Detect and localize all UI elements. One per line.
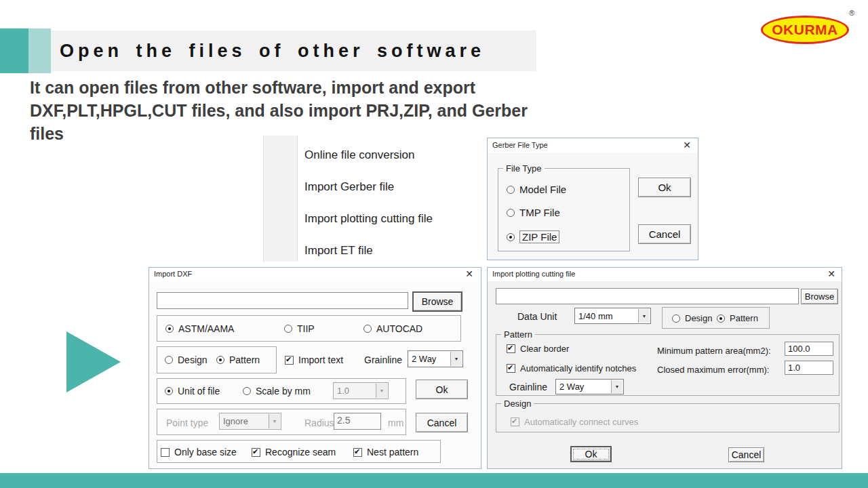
menu-item-import-et-file[interactable]: Import ET file bbox=[304, 235, 479, 266]
design-group-label: Design bbox=[501, 399, 534, 409]
dxf-dialog-title: Import DXF bbox=[154, 270, 192, 278]
accent-block-light bbox=[28, 28, 51, 73]
gerber-file-type-dialog: Gerber File Type ✕ File Type Model File … bbox=[487, 138, 698, 260]
file-path-input[interactable] bbox=[157, 292, 408, 309]
logo-text: OKURMA bbox=[772, 22, 838, 38]
pattern-group-label: Pattern bbox=[501, 329, 535, 340]
checkbox-import-text[interactable]: Import text bbox=[285, 354, 343, 365]
subtitle: It can open files from other software, i… bbox=[30, 76, 528, 145]
point-type-label: Point type bbox=[166, 418, 208, 428]
checkbox-clear-border[interactable]: Clear border bbox=[507, 344, 569, 354]
radio-pattern[interactable]: Pattern bbox=[717, 313, 758, 323]
radio-tiip[interactable]: TIIP bbox=[284, 323, 315, 334]
ok-button[interactable]: Ok bbox=[570, 446, 612, 462]
close-icon[interactable]: ✕ bbox=[683, 140, 691, 150]
radio-icon bbox=[284, 325, 292, 333]
checkbox-auto-identify-notches[interactable]: Automatically identify notches bbox=[507, 363, 636, 373]
browse-button[interactable]: Browse bbox=[801, 289, 838, 304]
radio-label: Unit of file bbox=[178, 386, 220, 396]
slide: Open the files of other software It can … bbox=[0, 0, 868, 488]
menu-icon-gutter bbox=[264, 136, 298, 262]
radio-label: TIIP bbox=[297, 323, 315, 334]
plot-dialog-title: Import plotting cutting file bbox=[492, 270, 575, 278]
radio-icon bbox=[507, 233, 515, 241]
menu-item-import-plotting-cutting-file[interactable]: Import plotting cutting file bbox=[304, 203, 479, 235]
checkbox-recognize-seam[interactable]: Recognize seam bbox=[252, 447, 336, 458]
checkbox-label: Import text bbox=[298, 354, 343, 365]
checkbox-icon bbox=[507, 344, 515, 353]
radio-icon bbox=[165, 325, 174, 333]
teal-arrow-icon bbox=[66, 331, 121, 392]
radius-unit-label: mm bbox=[388, 418, 403, 428]
max-error-input[interactable]: 1.0 bbox=[785, 361, 833, 375]
ok-button[interactable]: Ok bbox=[416, 380, 468, 399]
checkbox-icon bbox=[353, 448, 362, 457]
cancel-button[interactable]: Cancel bbox=[728, 447, 764, 462]
min-area-input[interactable]: 100.0 bbox=[785, 342, 833, 356]
close-icon[interactable]: ✕ bbox=[465, 268, 473, 279]
chevron-down-icon: ▼ bbox=[376, 384, 387, 398]
radio-pattern[interactable]: Pattern bbox=[216, 354, 260, 365]
file-path-input[interactable] bbox=[496, 288, 799, 304]
radio-icon bbox=[243, 387, 251, 395]
grainline-select[interactable]: 2 Way ▼ bbox=[408, 350, 463, 367]
menu-item-online-file-conversion[interactable]: Online file conversion bbox=[304, 139, 479, 171]
radius-label: Radius bbox=[304, 418, 334, 428]
radio-zip-file[interactable]: ZIP File bbox=[507, 230, 559, 243]
import-plotting-cutting-dialog: Import plotting cutting file ✕ Browse Da… bbox=[487, 267, 842, 469]
cancel-button[interactable]: Cancel bbox=[416, 413, 468, 432]
cancel-button[interactable]: Cancel bbox=[638, 224, 691, 244]
radio-tmp-file[interactable]: TMP File bbox=[507, 207, 560, 218]
checkbox-label: Automatically identify notches bbox=[520, 363, 636, 373]
point-type-select: Ignore ▼ bbox=[219, 413, 281, 430]
checkbox-only-base-size[interactable]: Only base size bbox=[161, 447, 237, 458]
radio-astm-aama[interactable]: ASTM/AAMA bbox=[165, 323, 234, 334]
checkbox-icon bbox=[285, 356, 294, 365]
company-logo: OKURMA ® bbox=[761, 9, 854, 45]
radio-autocad[interactable]: AUTOCAD bbox=[363, 323, 422, 334]
subtitle-line: DXF,PLT,HPGL,CUT files, and also import … bbox=[30, 99, 528, 122]
close-icon[interactable]: ✕ bbox=[827, 268, 835, 279]
import-dxf-dialog: Import DXF ✕ Browse ASTM/AAMA TIIP AUTOC… bbox=[149, 267, 481, 469]
radio-design[interactable]: Design bbox=[672, 313, 712, 323]
radio-label: Pattern bbox=[730, 313, 758, 323]
radio-label: Design bbox=[685, 313, 712, 323]
combo-value: 1/40 mm bbox=[578, 311, 613, 321]
data-unit-select[interactable]: 1/40 mm ▼ bbox=[574, 308, 651, 324]
logo-oval: OKURMA bbox=[761, 16, 849, 44]
radius-input: 2.5 bbox=[334, 413, 381, 430]
chevron-down-icon[interactable]: ▼ bbox=[638, 309, 650, 323]
chevron-down-icon[interactable]: ▼ bbox=[611, 380, 623, 393]
radio-icon bbox=[717, 314, 725, 323]
radio-label: Pattern bbox=[229, 354, 260, 365]
footer-bar bbox=[0, 473, 868, 488]
browse-button[interactable]: Browse bbox=[412, 291, 462, 312]
gerber-dialog-title: Gerber File Type bbox=[492, 141, 548, 149]
subtitle-line: It can open files from other software, i… bbox=[30, 76, 528, 99]
chevron-down-icon: ▼ bbox=[269, 414, 280, 428]
radio-scale-by-mm[interactable]: Scale by mm bbox=[243, 386, 311, 396]
checkbox-nest-pattern[interactable]: Nest pattern bbox=[353, 447, 418, 458]
radio-label: TMP File bbox=[519, 207, 560, 218]
max-error-label: Closed maximum error(mm): bbox=[657, 365, 769, 375]
combo-value: Ignore bbox=[223, 416, 248, 426]
data-unit-label: Data Unit bbox=[517, 311, 557, 322]
radio-unit-of-file[interactable]: Unit of file bbox=[165, 386, 220, 396]
radio-icon bbox=[507, 186, 515, 194]
registered-mark: ® bbox=[849, 9, 854, 17]
chevron-down-icon[interactable]: ▼ bbox=[450, 352, 462, 366]
page-title: Open the files of other software bbox=[60, 41, 485, 62]
ok-button[interactable]: Ok bbox=[638, 178, 691, 197]
menu-item-import-gerber-file[interactable]: Import Gerber file bbox=[304, 171, 479, 203]
radio-design[interactable]: Design bbox=[165, 354, 208, 365]
grainline-select[interactable]: 2 Way ▼ bbox=[555, 379, 624, 394]
radio-icon bbox=[165, 356, 173, 364]
radio-icon bbox=[672, 314, 680, 323]
dxf-titlebar: Import DXF ✕ bbox=[149, 268, 481, 281]
radio-model-file[interactable]: Model File bbox=[507, 184, 566, 195]
combo-value: 2 Way bbox=[412, 354, 436, 364]
radio-icon bbox=[363, 325, 372, 333]
radio-label: ZIP File bbox=[519, 230, 559, 243]
gerber-titlebar: Gerber File Type ✕ bbox=[488, 138, 698, 153]
radio-label: Design bbox=[178, 354, 208, 365]
